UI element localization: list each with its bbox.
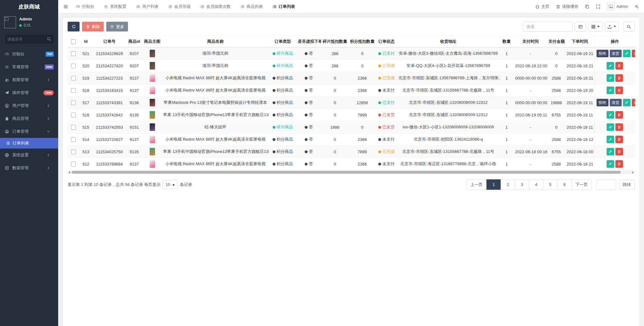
row-checkbox[interactable] xyxy=(71,149,76,154)
sidebar-menu: 控制台hot常规管理new权限管理插件管理new用户管理商品管理订单管理订单列表… xyxy=(0,48,58,174)
sidebar-subitem[interactable]: 订单列表 xyxy=(0,138,58,149)
ship-button[interactable]: 发货 xyxy=(610,50,622,57)
tab-系统配置[interactable]: 系统配置 xyxy=(104,0,126,13)
caret-down-icon xyxy=(613,26,616,27)
home-button[interactable]: 主页 xyxy=(535,4,549,9)
delete-row-button[interactable] xyxy=(615,74,623,82)
page-button-2[interactable]: 2 xyxy=(501,179,515,190)
list-icon xyxy=(272,4,277,9)
edit-button[interactable] xyxy=(623,99,630,106)
table-view-icon xyxy=(578,25,583,29)
jump-button[interactable]: 跳转 xyxy=(619,180,635,189)
row-checkbox[interactable] xyxy=(71,64,76,68)
row-checkbox[interactable] xyxy=(71,100,76,105)
page-size-select[interactable]: 10 xyxy=(163,180,177,189)
edit-button[interactable] xyxy=(607,160,614,168)
row-checkbox[interactable] xyxy=(71,125,76,130)
toggle-view-button[interactable] xyxy=(575,22,586,31)
cell-pay-amount: 0 xyxy=(547,60,565,72)
cell-fragment-deduct: 1688 xyxy=(321,121,349,133)
scroll-left-icon[interactable] xyxy=(68,171,70,174)
sidebar-item[interactable]: 常规管理new xyxy=(0,60,58,73)
table-row: 5212115342298299207项羽-帝国元帅碎片商品否2880已支付安卓… xyxy=(68,48,635,60)
row-checkbox[interactable] xyxy=(71,76,76,81)
delete-row-button[interactable] xyxy=(615,160,623,168)
tab-订单列表[interactable]: 订单列表 xyxy=(272,0,295,13)
hamburger-icon[interactable] xyxy=(63,4,68,9)
delete-row-button[interactable] xyxy=(615,87,623,94)
page-button-1[interactable]: 1 xyxy=(486,179,501,190)
cell-thumb xyxy=(142,48,162,60)
prev-page-button[interactable]: 上一页 xyxy=(466,179,487,190)
row-checkbox-cell xyxy=(68,109,79,121)
cell-virtual: 否 xyxy=(297,158,321,170)
sidebar-item[interactable]: 插件管理new xyxy=(0,86,58,99)
tab-商品列表[interactable]: 商品列表 xyxy=(240,0,263,13)
tab-用户列表[interactable]: 用户列表 xyxy=(136,0,158,13)
edit-button[interactable] xyxy=(623,50,630,57)
sidebar-item[interactable]: 商品管理 xyxy=(0,112,58,125)
tab-会员等级[interactable]: 会员等级 xyxy=(168,0,191,13)
ship-button[interactable]: 发货 xyxy=(610,99,622,106)
table-search-input[interactable] xyxy=(523,22,573,31)
tab-会员抽奖次数[interactable]: 会员抽奖次数 xyxy=(200,0,231,13)
reject-button[interactable]: 拒绝 xyxy=(597,50,608,57)
next-page-button[interactable]: 下一页 xyxy=(571,179,592,190)
search-toggle-button[interactable] xyxy=(623,22,635,31)
page-button-4[interactable]: 4 xyxy=(529,179,543,190)
cell-actions xyxy=(594,72,635,84)
edit-button[interactable] xyxy=(607,62,614,70)
delete-row-button[interactable] xyxy=(615,111,623,119)
refresh-page-button[interactable] xyxy=(585,4,589,9)
cell-order-time: 2022-06-19 11 xyxy=(565,97,594,109)
clear-cache-button[interactable]: 清除缓存 xyxy=(556,4,578,9)
sidebar-item[interactable]: 数据管理 xyxy=(0,161,58,174)
delete-button[interactable]: 删除 xyxy=(82,22,104,31)
select-all-checkbox[interactable] xyxy=(71,39,76,44)
edit-button[interactable] xyxy=(607,74,614,82)
status-dot-icon xyxy=(378,138,381,141)
horizontal-scrollbar[interactable] xyxy=(68,171,635,174)
row-checkbox[interactable] xyxy=(71,88,76,93)
row-checkbox[interactable] xyxy=(71,113,76,117)
page-button-5[interactable]: 5 xyxy=(543,179,558,190)
delete-row-button[interactable] xyxy=(615,136,623,143)
sidebar-item[interactable]: 权限管理 xyxy=(0,73,58,86)
page-button-3[interactable]: 3 xyxy=(515,179,529,190)
edit-button[interactable] xyxy=(607,123,614,131)
delete-row-button[interactable] xyxy=(615,148,623,155)
cell-id: 520 xyxy=(79,60,93,72)
sidebar-item[interactable]: 系统设置 xyxy=(0,149,58,161)
edit-button[interactable] xyxy=(607,136,614,143)
scroll-right-icon[interactable] xyxy=(632,171,634,174)
more-button[interactable]: 更多 xyxy=(106,22,128,31)
sidebar-item[interactable]: 订单管理 xyxy=(0,125,58,138)
user-panel: Admin 在线 xyxy=(0,14,58,31)
fullscreen-button[interactable] xyxy=(596,4,600,9)
page-button-6[interactable]: 6 xyxy=(557,179,572,190)
cell-thumb xyxy=(142,109,162,121)
delete-row-button[interactable] xyxy=(615,123,623,131)
reject-button[interactable]: 拒绝 xyxy=(597,99,608,106)
refresh-button[interactable] xyxy=(68,22,80,31)
row-checkbox[interactable] xyxy=(71,137,76,142)
edit-button[interactable] xyxy=(607,87,614,94)
row-checkbox[interactable] xyxy=(71,51,76,56)
columns-button[interactable] xyxy=(588,22,602,31)
edit-button[interactable] xyxy=(607,111,614,119)
delete-row-button[interactable] xyxy=(615,62,623,70)
avatar[interactable] xyxy=(4,16,16,28)
jump-page-input[interactable] xyxy=(596,179,616,190)
settings-button[interactable] xyxy=(635,4,639,9)
scrollbar-thumb[interactable] xyxy=(72,171,621,174)
export-button[interactable] xyxy=(605,22,619,31)
delete-row-button[interactable] xyxy=(632,99,636,106)
sidebar-item[interactable]: 用户管理 xyxy=(0,99,58,112)
edit-button[interactable] xyxy=(607,148,614,155)
delete-row-button[interactable] xyxy=(632,50,636,57)
row-checkbox[interactable] xyxy=(71,162,76,166)
tab-控制台[interactable]: 控制台 xyxy=(76,0,94,13)
trash-icon xyxy=(86,25,90,29)
admin-menu[interactable]: Admin xyxy=(607,3,628,10)
sidebar-item[interactable]: 控制台hot xyxy=(0,48,58,60)
